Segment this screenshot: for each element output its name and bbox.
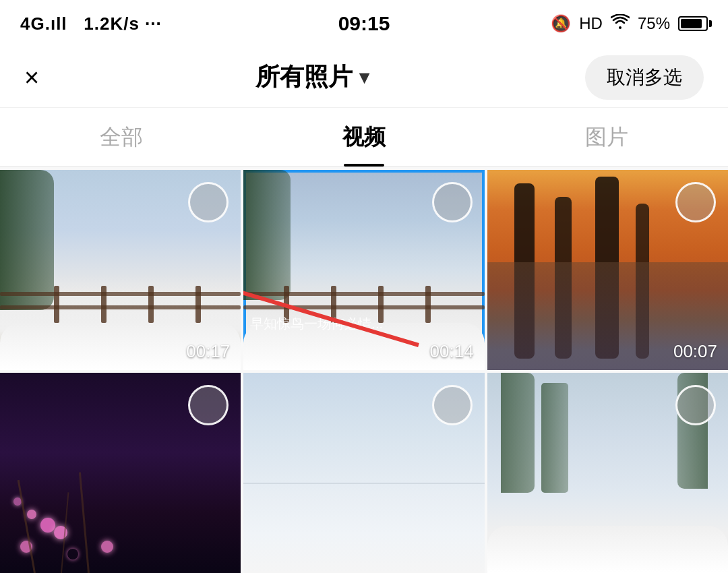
system-icons: 🔕 HD 75% [551, 14, 708, 33]
battery-percent: 75% [638, 14, 670, 33]
media-cell-5[interactable] [243, 373, 484, 573]
tab-all-label: 全部 [100, 123, 143, 152]
tab-image-label: 图片 [585, 123, 628, 152]
media-cell-4[interactable] [0, 373, 241, 573]
status-bar: 4G.ıll 1.2K/s ··· 09:15 🔕 HD 75% [0, 0, 728, 47]
hd-label: HD [579, 14, 603, 33]
duration-1: 00:17 [186, 341, 230, 362]
chevron-down-icon: ▾ [359, 66, 369, 88]
wifi-icon [611, 14, 630, 33]
cancel-multiselect-button[interactable]: 取消多选 [585, 55, 704, 100]
subtitle-text: 早知惊鸟一场何必情... [243, 315, 430, 333]
mute-icon: 🔕 [551, 14, 571, 33]
media-cell-6[interactable] [487, 373, 728, 573]
select-circle-3[interactable] [675, 182, 716, 222]
fence [0, 282, 241, 323]
album-title: 所有照片 [255, 61, 353, 94]
select-circle-4[interactable] [188, 385, 229, 425]
select-circle-6[interactable] [675, 385, 716, 425]
snow-ground-6 [487, 526, 728, 573]
clock: 09:15 [338, 12, 390, 35]
media-cell-2[interactable]: 早知惊鸟一场何必情... 00:14 [243, 170, 484, 370]
duration-2: 00:14 [430, 341, 474, 362]
tab-all[interactable]: 全部 [0, 108, 243, 167]
tab-bar: 全部 视频 图片 [0, 108, 728, 167]
media-cell-3[interactable]: 00:07 [487, 170, 728, 370]
tab-image[interactable]: 图片 [485, 108, 728, 167]
select-circle-2[interactable] [432, 182, 473, 222]
battery-icon [678, 16, 708, 31]
header-title[interactable]: 所有照片 ▾ [255, 61, 369, 94]
media-grid: 00:17 早知惊鸟一场何必情... 00:14 [0, 167, 728, 573]
duration-3: 00:07 [673, 341, 717, 362]
select-circle-1[interactable] [188, 182, 229, 222]
speed-text: 1.2K/s ··· [84, 13, 162, 34]
signal-text: 4G.ıll [20, 13, 67, 34]
close-button[interactable]: × [24, 65, 39, 90]
signal-info: 4G.ıll 1.2K/s ··· [20, 13, 162, 34]
tab-video[interactable]: 视频 [243, 108, 485, 167]
header: × 所有照片 ▾ 取消多选 [0, 47, 728, 108]
select-circle-5[interactable] [432, 385, 473, 425]
tab-video-label: 视频 [342, 123, 386, 152]
media-cell-1[interactable]: 00:17 [0, 170, 241, 370]
